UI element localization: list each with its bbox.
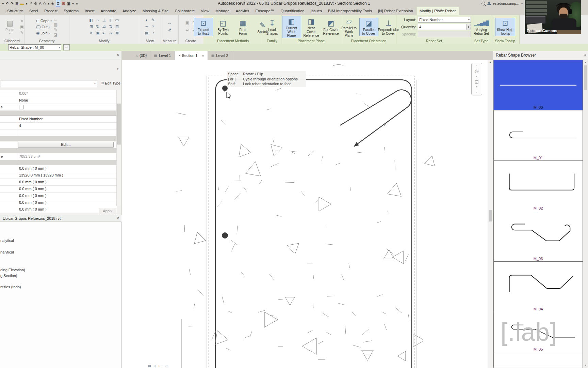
view-control-icon-2[interactable]: ☼ bbox=[157, 364, 160, 368]
view-control-icon-3[interactable]: ◔ bbox=[162, 364, 163, 368]
canvas-scroll-up-icon[interactable]: ▴ bbox=[488, 60, 493, 64]
ribbon-tab-quantification[interactable]: Quantification bbox=[277, 7, 307, 15]
property-value[interactable]: 4 bbox=[17, 123, 117, 129]
edit-rebar-button[interactable]: Edit... bbox=[18, 142, 114, 148]
parallel-to-work-plane-button[interactable]: ▱Parallel toWork Plane bbox=[340, 16, 359, 38]
rebar-shape-tile-m-04[interactable]: M_04 bbox=[493, 262, 583, 312]
view-tool-icon-3[interactable]: × bbox=[150, 24, 156, 30]
browser-tree-item-3[interactable]: g Section) bbox=[0, 274, 17, 278]
properties-close-icon[interactable]: × bbox=[117, 52, 119, 57]
qat-icon-0[interactable]: ▾ bbox=[2, 0, 4, 6]
qat-icon-13[interactable]: ⊠ bbox=[62, 0, 65, 6]
varying-rebar-set-button[interactable]: ▁▂▄▆█VaryingRebar Set bbox=[472, 18, 491, 36]
qat-icon-3[interactable]: ⊟ bbox=[15, 0, 18, 6]
paste-button[interactable]: ▤ Paste▾ bbox=[0, 18, 19, 36]
geometry-extra-icon-1[interactable]: ▦ bbox=[54, 22, 58, 27]
geometry-extra-icon-3[interactable]: ◪ bbox=[54, 32, 58, 37]
property-value[interactable]: None bbox=[17, 97, 117, 104]
browser-scroll-down-icon[interactable]: ▾ bbox=[583, 363, 588, 367]
ribbon-tab-collaborate[interactable]: Collaborate bbox=[172, 7, 198, 15]
view-control-icon-0[interactable]: ▤ bbox=[148, 364, 151, 368]
far-cover-reference-button[interactable]: ◩Far CoverReference bbox=[322, 18, 341, 36]
browser-tree-item-4[interactable]: ntities (todo) bbox=[0, 285, 21, 289]
ribbon-tab-insert[interactable]: Insert bbox=[82, 7, 98, 15]
view-tab-close-icon[interactable]: × bbox=[202, 53, 204, 58]
rebar-shape-tile-m-00[interactable]: M_00 bbox=[493, 60, 583, 110]
qat-icon-5[interactable]: ▾ bbox=[26, 0, 28, 6]
load-shapes-button[interactable]: ↧LoadShapes bbox=[263, 18, 282, 36]
browser-scrollbar[interactable]: ▴ ▾ bbox=[583, 60, 588, 368]
qat-icon-1[interactable]: ↶ bbox=[6, 0, 9, 6]
qat-icon-4[interactable]: ▬ bbox=[20, 0, 24, 6]
project-browser-close-icon[interactable]: × bbox=[117, 216, 119, 221]
property-value[interactable]: 0.0 mm ( 0 mm ) bbox=[17, 199, 117, 206]
near-cover-reference-button[interactable]: ◨Near CoverReference bbox=[302, 16, 321, 38]
by-two-points-button[interactable]: ◱By TwoPoints bbox=[214, 18, 233, 36]
ribbon-tab-view[interactable]: View bbox=[198, 7, 212, 15]
user-menu-caret-icon[interactable]: ▾ bbox=[521, 2, 523, 5]
create-tool-icon-2[interactable]: ▱ bbox=[184, 27, 191, 33]
qat-icon-14[interactable]: ▣ bbox=[67, 0, 70, 6]
modify-tool-icon-5[interactable]: ⊞ bbox=[88, 24, 94, 30]
zoom-tool-icon[interactable]: ◱ bbox=[475, 80, 478, 84]
property-checkbox[interactable] bbox=[19, 105, 23, 109]
ribbon-tab-massing-site[interactable]: Massing & Site bbox=[140, 7, 172, 15]
ribbon-tab-annotate[interactable]: Annotate bbox=[98, 7, 119, 15]
free-form-button[interactable]: ▦Free Form bbox=[233, 18, 252, 36]
modify-tool-icon-6[interactable]: ↻ bbox=[95, 24, 101, 30]
ribbon-options-icon-0[interactable]: ⊡ bbox=[436, 8, 439, 12]
rebar-shape-tile-m-01[interactable]: M_01 bbox=[493, 110, 583, 161]
ribbon-tab-enscape[interactable]: Enscape™ bbox=[252, 7, 277, 15]
canvas-scrollbar[interactable]: ▴ bbox=[488, 60, 493, 368]
view-tab-level-2[interactable]: ▤Level 2 bbox=[208, 51, 232, 60]
modify-tool-icon-7[interactable]: ⇄ bbox=[101, 24, 107, 30]
show-help-tooltip-button[interactable]: ⊡Show HelpTooltip bbox=[495, 18, 515, 36]
qat-icon-9[interactable]: ◇ bbox=[43, 0, 46, 6]
current-work-plane-button[interactable]: ◧CurrentWork Plane bbox=[282, 16, 301, 38]
expand-to-host-button[interactable]: ⊡Expandto Host bbox=[194, 18, 213, 36]
modify-tool-icon-11[interactable]: ▣ bbox=[95, 31, 101, 36]
property-value[interactable]: 13920.0 mm ( 13920 mm ) bbox=[17, 172, 117, 179]
view-tool-icon-2[interactable]: ≂ bbox=[144, 24, 150, 30]
ribbon-tab-issues[interactable]: Issues bbox=[308, 7, 325, 15]
property-value[interactable]: 0.0 mm ( 0 mm ) bbox=[17, 165, 117, 172]
search-icon[interactable] bbox=[481, 2, 485, 5]
modify-tool-icon-0[interactable]: ◧ bbox=[88, 18, 94, 24]
view-tool-icon-5[interactable]: ◔ bbox=[150, 31, 156, 36]
qat-icon-16[interactable]: ≡ bbox=[76, 0, 78, 6]
rebar-shape-dropdown[interactable]: Rebar Shape : M_00▾ bbox=[8, 44, 61, 50]
property-value[interactable]: 0.0 mm ( 0 mm ) bbox=[17, 186, 117, 192]
browser-tree-item-1[interactable]: nalytical bbox=[0, 250, 14, 254]
modify-tool-icon-8[interactable]: ⇅ bbox=[108, 24, 114, 30]
view-tab-level-1[interactable]: ▤Level 1 bbox=[150, 51, 175, 60]
view-tab-3d[interactable]: ⌂{3D} bbox=[132, 51, 150, 60]
ribbon-tab-systems[interactable]: Systems bbox=[61, 7, 82, 15]
modify-tool-icon-1[interactable]: ↔ bbox=[95, 18, 101, 24]
qat-icon-6[interactable]: ↗ bbox=[29, 0, 32, 6]
qat-icon-8[interactable]: A bbox=[39, 0, 41, 6]
canvas-scrollbar-thumb[interactable] bbox=[489, 210, 492, 221]
rebar-shape-tile-m-03[interactable]: M_03 bbox=[493, 211, 583, 262]
view-tab-section-1[interactable]: ◔Section 1× bbox=[175, 51, 208, 60]
edit-type-button[interactable]: ⊞ Edit Type bbox=[101, 81, 120, 85]
modify-tool-icon-13[interactable]: ⇥ bbox=[108, 31, 114, 36]
ribbon-tab-steel[interactable]: Steel bbox=[26, 7, 41, 15]
view-control-bar[interactable]: ▤◫☼◔▭ bbox=[148, 364, 168, 368]
navigation-bar[interactable]: ◦◎▾◱▾◦ bbox=[471, 63, 482, 95]
ribbon-tab-add-ins[interactable]: Add-Ins bbox=[233, 7, 252, 15]
measure-tool-icon-0[interactable]: ↔ bbox=[167, 20, 173, 27]
quantity-input[interactable]: 4 ▲▼ bbox=[418, 24, 471, 30]
modify-tool-icon-4[interactable]: ▭ bbox=[114, 18, 120, 24]
clipboard-icon-1[interactable]: ▣ bbox=[20, 25, 24, 29]
create-tool-icon-0[interactable]: ▣ bbox=[184, 20, 191, 27]
property-value[interactable]: 0.00° bbox=[17, 90, 117, 97]
browser-collapse-icon[interactable]: » bbox=[584, 52, 586, 57]
rebar-shape-tile-m-02[interactable]: M_02 bbox=[493, 161, 583, 211]
property-value[interactable] bbox=[17, 129, 117, 136]
rebar-shape-more-button[interactable]: ... bbox=[63, 44, 70, 50]
modify-tool-icon-14[interactable]: ⊠ bbox=[114, 31, 120, 36]
ribbon-tab-bim-interoperability-tools[interactable]: BIM Interoperability Tools bbox=[325, 7, 375, 15]
join-button[interactable]: ◉Join▾ bbox=[36, 31, 52, 36]
qat-icon-2[interactable]: ↷ bbox=[11, 0, 14, 6]
nav-caret-icon[interactable]: ▾ bbox=[476, 74, 477, 78]
